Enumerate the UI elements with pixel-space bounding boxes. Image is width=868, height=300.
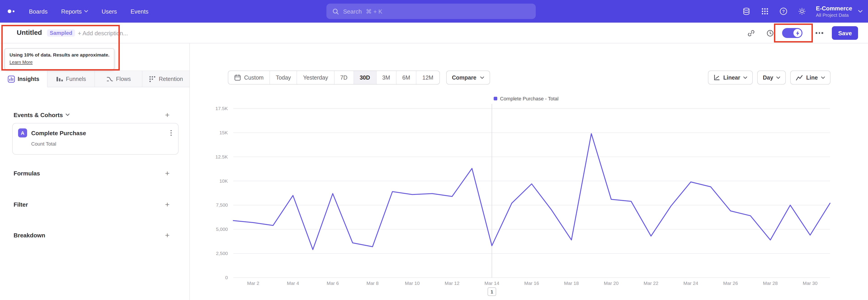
settings-gear-icon[interactable]	[798, 7, 807, 16]
compare-button[interactable]: Compare	[446, 70, 490, 85]
sampling-tooltip-text: Using 10% of data. Results are approxima…	[9, 52, 110, 57]
x-axis-label: Mar 16	[524, 280, 539, 286]
flows-icon	[106, 75, 113, 83]
annotation-marker-label: 1	[491, 289, 493, 294]
chart-type-label: Line	[806, 74, 818, 81]
nav-item-events[interactable]: Events	[130, 8, 149, 15]
x-axis-label: Mar 30	[803, 280, 817, 286]
nav-item-reports[interactable]: Reports	[61, 8, 88, 15]
mixpanel-logo[interactable]	[8, 9, 14, 13]
funnels-icon	[56, 75, 63, 83]
range-label: 30D	[360, 74, 370, 81]
app-viewport: Boards Reports Users Events Search ⌘ + K…	[0, 0, 868, 300]
search-icon	[332, 8, 339, 15]
add-formula-button[interactable]: +	[165, 169, 169, 177]
section-label: Breakdown	[13, 232, 45, 239]
learn-more-link[interactable]: Learn More	[9, 60, 33, 65]
apps-grid-icon[interactable]	[761, 7, 770, 16]
range-7d[interactable]: 7D	[334, 71, 354, 84]
series-line	[233, 133, 830, 249]
copy-link-icon[interactable]	[747, 29, 755, 37]
project-subtitle: All Project Data	[816, 12, 852, 18]
history-icon[interactable]	[766, 29, 774, 37]
chevron-down-icon	[66, 114, 70, 116]
x-axis-label: Mar 24	[683, 280, 698, 286]
chevron-down-icon	[858, 10, 863, 13]
y-axis-label: 2,500	[216, 251, 228, 256]
chart-panel: Custom Today Yesterday 7D 30D 3M 6M 12M …	[190, 43, 868, 300]
x-axis-label: Mar 18	[564, 280, 579, 286]
compare-label: Compare	[452, 74, 476, 81]
chevron-down-icon	[821, 76, 825, 79]
x-axis-label: Mar 6	[327, 280, 339, 286]
tab-flows[interactable]: Flows	[95, 71, 143, 87]
lightning-icon	[796, 31, 800, 35]
report-type-tabs: Insights Funnels Flows Retention	[0, 70, 189, 87]
tab-funnels[interactable]: Funnels	[48, 71, 95, 87]
date-range-selector: Custom Today Yesterday 7D 30D 3M 6M 12M	[228, 70, 440, 85]
range-today[interactable]: Today	[270, 71, 297, 84]
report-title[interactable]: Untitled	[17, 29, 42, 36]
range-12m[interactable]: 12M	[416, 71, 439, 84]
svg-text:?: ?	[782, 9, 785, 14]
scale-label: Linear	[723, 74, 740, 81]
nav-item-boards[interactable]: Boards	[29, 8, 48, 15]
nav-item-label: Reports	[61, 8, 82, 15]
chart-view-controls: Linear Day Line	[708, 70, 831, 85]
range-custom[interactable]: Custom	[228, 71, 270, 84]
range-yesterday[interactable]: Yesterday	[297, 71, 334, 84]
nav-item-users[interactable]: Users	[101, 8, 117, 15]
tab-retention[interactable]: Retention	[143, 71, 189, 87]
interval-label: Day	[763, 74, 773, 81]
x-axis-label: Mar 22	[644, 280, 658, 286]
range-label: 7D	[340, 74, 347, 81]
range-label: 12M	[423, 74, 434, 81]
chart-type-selector[interactable]: Line	[790, 70, 831, 85]
event-options-kebab[interactable]	[170, 129, 173, 137]
section-breakdown: Breakdown +	[13, 231, 169, 240]
range-30d[interactable]: 30D	[354, 71, 376, 84]
more-options-button[interactable]	[815, 32, 823, 34]
chart-controls: Custom Today Yesterday 7D 30D 3M 6M 12M …	[228, 70, 831, 85]
add-event-button[interactable]: +	[165, 111, 169, 119]
y-axis-label: 5,000	[216, 227, 228, 232]
chevron-down-icon	[480, 76, 484, 79]
help-icon[interactable]: ?	[779, 7, 788, 16]
x-axis-label: Mar 26	[723, 280, 738, 286]
event-card[interactable]: A Complete Purchase Count Total	[12, 123, 179, 155]
data-sources-icon[interactable]	[742, 7, 751, 16]
x-axis-label: Mar 20	[604, 280, 618, 286]
x-axis-label: Mar 14	[485, 280, 499, 286]
y-axis-label: 10K	[219, 178, 228, 184]
search-input[interactable]: Search ⌘ + K	[327, 4, 536, 19]
add-filter-button[interactable]: +	[165, 201, 169, 208]
event-metric[interactable]: Count Total	[31, 141, 173, 147]
tab-label: Flows	[116, 76, 131, 82]
primary-nav: Boards Reports Users Events	[29, 8, 149, 15]
y-axis-label: 15K	[219, 130, 228, 135]
save-button[interactable]: Save	[832, 26, 858, 40]
x-axis-label: Mar 2	[247, 280, 259, 286]
event-card-row: A Complete Purchase	[18, 128, 173, 138]
x-axis-label: Mar 10	[405, 280, 420, 286]
project-switcher[interactable]: E-Commerce All Project Data	[816, 5, 852, 18]
event-letter-badge: A	[18, 128, 27, 138]
y-axis-label: 17.5K	[215, 106, 228, 111]
legend-swatch	[494, 97, 497, 100]
nav-item-label: Events	[130, 8, 149, 15]
interval-selector[interactable]: Day	[757, 70, 786, 85]
toggle-knob	[794, 29, 802, 37]
range-3m[interactable]: 3M	[376, 71, 397, 84]
add-description[interactable]: + Add description...	[78, 30, 128, 37]
report-sidebar: Insights Funnels Flows Retention Events …	[0, 43, 190, 300]
add-breakdown-button[interactable]: +	[165, 231, 169, 239]
sampling-toggle[interactable]	[782, 28, 802, 38]
legend-label: Complete Purchase - Total	[500, 96, 559, 101]
scale-selector[interactable]: Linear	[708, 70, 753, 85]
range-label: Yesterday	[303, 74, 328, 81]
tab-insights[interactable]: Insights	[0, 71, 48, 87]
range-6m[interactable]: 6M	[397, 71, 416, 84]
nav-item-label: Users	[101, 8, 117, 15]
tab-label: Retention	[159, 76, 183, 82]
events-cohorts-title[interactable]: Events & Cohorts	[13, 112, 70, 118]
